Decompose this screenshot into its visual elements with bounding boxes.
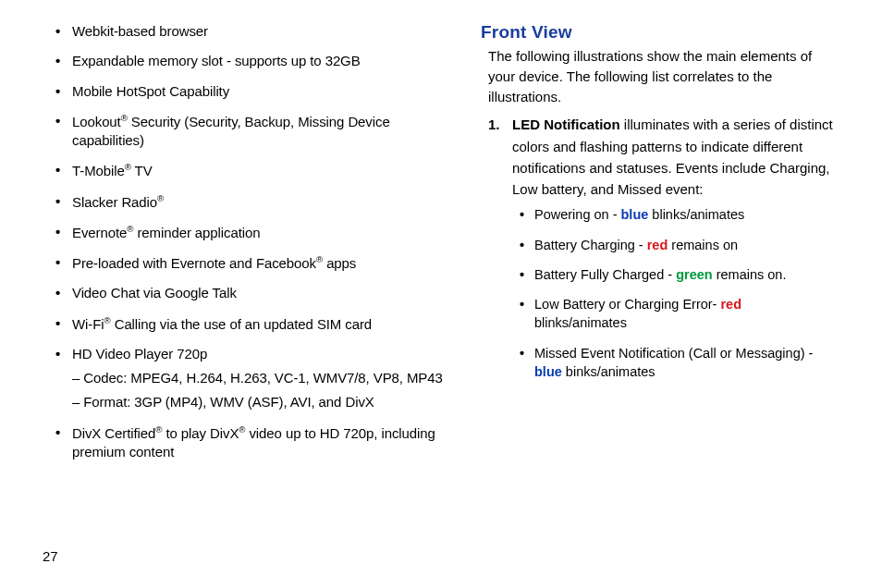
list-item: 1. LED Notification illuminates with a s… — [512, 114, 836, 381]
text: Powering on - — [534, 207, 621, 222]
list-item: Wi-Fi® Calling via the use of an updated… — [72, 314, 444, 334]
text: Low Battery or Charging Error- — [534, 297, 720, 312]
list-item: Slacker Radio® — [72, 192, 444, 212]
text: blinks/animates — [648, 207, 744, 222]
reg-mark: ® — [125, 162, 131, 172]
text: Calling via the use of an updated SIM ca… — [111, 316, 373, 332]
right-column: Front View The following illustrations s… — [481, 22, 836, 472]
list-item: Mobile HotSpot Capability — [72, 82, 444, 101]
reg-mark: ® — [104, 315, 110, 325]
text: Lookout — [72, 114, 121, 129]
list-item: HD Video Player 720p – Codec: MPEG4, H.2… — [72, 345, 444, 412]
led-label: LED Notification — [512, 116, 620, 132]
list-item: T-Mobile® TV — [72, 161, 444, 180]
color-red: red — [647, 238, 668, 252]
page-number: 27 — [43, 548, 58, 564]
color-green: green — [676, 267, 713, 282]
text: Evernote — [72, 225, 127, 240]
text: TV — [131, 163, 153, 178]
text: Slacker Radio — [72, 194, 157, 210]
color-red: red — [720, 297, 741, 312]
page-columns: Webkit-based browser Expandable memory s… — [46, 22, 836, 472]
item-number: 1. — [488, 114, 500, 135]
text: Battery Fully Charged - — [534, 267, 676, 282]
sub-bullet-list: Powering on - blue blinks/animates Batte… — [512, 205, 836, 381]
reg-mark: ® — [316, 254, 323, 264]
list-item: DivX Certified® to play DivX® video up t… — [72, 423, 444, 462]
text: HD Video Player 720p — [72, 346, 207, 361]
sub-line: – Format: 3GP (MP4), WMV (ASF), AVI, and… — [72, 393, 444, 411]
list-item: Low Battery or Charging Error- red blink… — [534, 295, 836, 333]
list-item: Missed Event Notification (Call or Messa… — [534, 344, 836, 382]
list-item: Pre-loaded with Evernote and Facebook® a… — [72, 253, 444, 273]
reg-mark: ® — [121, 113, 128, 123]
reg-mark: ® — [157, 193, 164, 203]
list-item: Lookout® Security (Security, Backup, Mis… — [72, 112, 444, 151]
text: Wi-Fi — [72, 316, 104, 332]
text: remains on — [668, 238, 738, 252]
list-item: Powering on - blue blinks/animates — [534, 205, 836, 224]
list-item: Expandable memory slot - supports up to … — [72, 52, 444, 70]
section-heading: Front View — [481, 22, 836, 43]
list-item: Battery Charging - red remains on — [534, 236, 836, 254]
color-blue: blue — [534, 364, 562, 379]
text: apps — [323, 255, 356, 271]
text: reminder application — [133, 225, 260, 240]
text: Missed Event Notification (Call or Messa… — [534, 346, 813, 361]
left-column: Webkit-based browser Expandable memory s… — [46, 22, 444, 472]
section-intro: The following illustrations show the mai… — [488, 46, 836, 106]
text: binks/animates — [562, 364, 655, 379]
color-blue: blue — [621, 207, 649, 222]
list-item: Evernote® reminder application — [72, 223, 444, 242]
text: remains on. — [713, 267, 787, 282]
list-item: Video Chat via Google Talk — [72, 284, 444, 302]
text: Battery Charging - — [534, 238, 647, 252]
feature-list: Webkit-based browser Expandable memory s… — [46, 22, 444, 461]
list-item: Webkit-based browser — [72, 22, 444, 41]
sub-line: – Codec: MPEG4, H.264, H.263, VC-1, WMV7… — [72, 369, 444, 387]
text: to play DivX — [162, 425, 239, 441]
text: T-Mobile — [72, 163, 125, 178]
text: DivX Certified — [72, 425, 155, 441]
list-item: Battery Fully Charged - green remains on… — [534, 265, 836, 284]
numbered-list: 1. LED Notification illuminates with a s… — [481, 114, 836, 381]
text: blinks/animates — [534, 315, 627, 330]
text: Pre-loaded with Evernote and Facebook — [72, 255, 316, 271]
